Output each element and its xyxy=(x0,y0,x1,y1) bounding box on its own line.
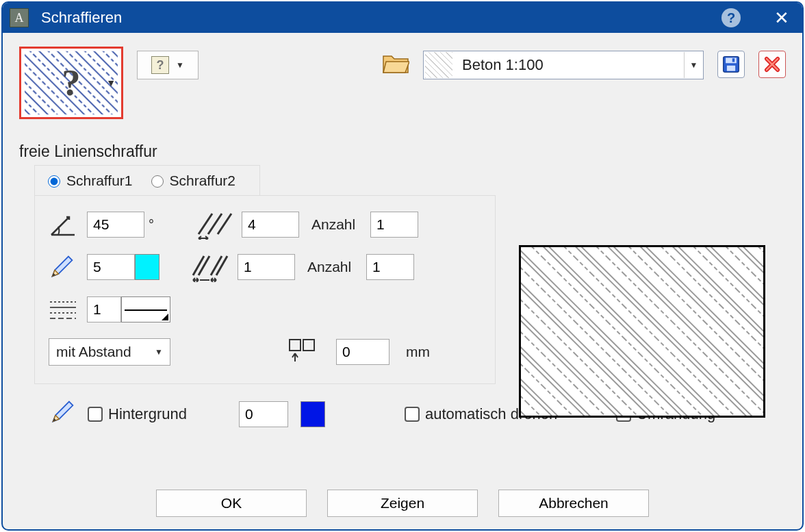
hatch-library-dropdown[interactable]: ? ▼ xyxy=(137,51,199,79)
count2-input[interactable] xyxy=(366,254,414,280)
count1-label: Anzahl xyxy=(311,216,370,233)
chevron-down-icon: ▼ xyxy=(106,77,116,88)
linetype-swatch[interactable] xyxy=(121,296,170,322)
cancel-button[interactable]: Abbrechen xyxy=(498,490,649,517)
titlebar: A Schraffieren ? ✕ xyxy=(3,3,802,33)
spacing2-input[interactable] xyxy=(238,254,295,280)
pen-color-swatch[interactable] xyxy=(135,254,159,280)
tab-schraffur2[interactable]: Schraffur2 xyxy=(148,173,236,189)
tab-schraffur1[interactable]: Schraffur1 xyxy=(44,173,133,189)
svg-rect-6 xyxy=(727,66,735,71)
preset-select[interactable]: Beton 1:100 ▼ xyxy=(423,51,704,79)
angle-unit: ° xyxy=(144,217,164,233)
chevron-down-icon: ▼ xyxy=(155,347,163,357)
angle-icon xyxy=(49,210,87,239)
hatch-dialog: A Schraffieren ? ✕ ? ▼ xyxy=(1,1,804,531)
svg-line-14 xyxy=(211,256,222,275)
mode-select[interactable]: mit Abstand ▼ xyxy=(49,338,170,366)
section-label: freie Linienschraffur xyxy=(19,142,786,161)
linetype-input[interactable] xyxy=(87,296,121,322)
hatch-tabs: Schraffur1 Schraffur2 xyxy=(34,165,260,195)
svg-rect-23 xyxy=(290,340,301,351)
count2-label: Anzahl xyxy=(307,259,366,275)
pencil-icon xyxy=(49,254,87,280)
show-button[interactable]: Zeigen xyxy=(327,490,478,517)
svg-rect-29 xyxy=(521,247,763,416)
dialog-content: ? ▼ ? ▼ Beton 1:100 ▼ xyxy=(3,33,802,477)
svg-rect-24 xyxy=(303,340,314,351)
svg-rect-5 xyxy=(726,58,737,63)
save-preset-button[interactable] xyxy=(717,51,745,78)
svg-rect-7 xyxy=(732,58,735,62)
spacing1-input[interactable] xyxy=(242,212,299,238)
help-icon[interactable]: ? xyxy=(721,8,741,27)
svg-line-15 xyxy=(216,256,227,275)
group-spacing-icon xyxy=(184,252,238,282)
open-folder-button[interactable] xyxy=(382,52,409,74)
app-icon: A xyxy=(10,8,29,27)
hatch-preview xyxy=(519,245,765,418)
hatch-settings-panel: ° Anzahl xyxy=(34,195,496,384)
svg-line-13 xyxy=(199,256,209,275)
offset-input[interactable] xyxy=(336,339,389,365)
spacing-icon xyxy=(188,210,242,240)
count1-input[interactable] xyxy=(370,212,418,238)
offset-unit: mm xyxy=(406,344,430,360)
pencil-icon xyxy=(49,399,75,429)
dialog-buttons: OK Zeigen Abbrechen xyxy=(3,477,802,529)
pen-input[interactable] xyxy=(87,254,135,280)
angle-input[interactable] xyxy=(87,212,144,238)
ok-button[interactable]: OK xyxy=(156,490,307,517)
radio-schraffur1[interactable] xyxy=(48,175,60,188)
mode-label: mit Abstand xyxy=(56,344,131,360)
svg-text:?: ? xyxy=(62,62,80,103)
chevron-down-icon: ▼ xyxy=(176,60,184,70)
delete-preset-button[interactable] xyxy=(758,51,786,78)
align-icon xyxy=(287,337,317,368)
close-icon[interactable]: ✕ xyxy=(768,8,795,29)
dialog-title: Schraffieren xyxy=(41,9,122,27)
question-icon: ? xyxy=(151,56,169,74)
bg-value-input[interactable] xyxy=(239,401,288,427)
linetype-icon xyxy=(49,295,87,324)
preset-swatch-icon xyxy=(425,52,452,78)
chevron-down-icon: ▼ xyxy=(684,52,703,78)
hatch-type-dropdown[interactable]: ? ▼ xyxy=(19,47,123,119)
background-checkbox[interactable]: Hintergrund xyxy=(88,405,187,423)
radio-schraffur2[interactable] xyxy=(151,175,164,188)
preset-label: Beton 1:100 xyxy=(454,56,684,74)
bg-color-swatch[interactable] xyxy=(301,401,325,427)
svg-line-12 xyxy=(193,256,204,275)
